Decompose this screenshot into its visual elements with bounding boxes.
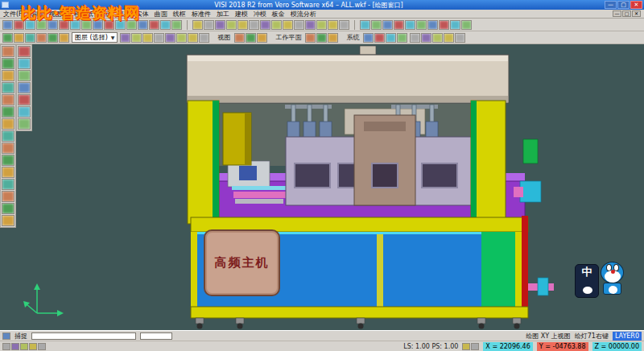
layer-indicator[interactable]: LAYER0	[613, 332, 642, 341]
toolbar-icon[interactable]	[444, 33, 454, 43]
toolbar-icon[interactable]	[294, 20, 304, 30]
toolbar-icon[interactable]	[2, 215, 14, 226]
toolbar-icon[interactable]	[18, 94, 31, 105]
toolbar-icon[interactable]	[59, 33, 69, 43]
toolbar-icon[interactable]	[18, 46, 31, 57]
toolbar-icon[interactable]	[18, 106, 31, 118]
toolbar-icon[interactable]	[2, 46, 14, 57]
toolbar-icon[interactable]	[215, 20, 225, 30]
toolbar-icon[interactable]	[2, 130, 14, 142]
toolbar-icon[interactable]	[432, 33, 443, 43]
status-icon[interactable]	[2, 332, 10, 340]
toolbar-icon[interactable]	[226, 20, 237, 30]
toolbar-icon[interactable]	[18, 118, 31, 130]
toolbar-icon[interactable]	[176, 33, 187, 43]
toolbar-icon[interactable]	[386, 33, 396, 43]
toolbar-icon[interactable]	[18, 58, 31, 69]
menu-item[interactable]: 标准件	[192, 10, 211, 19]
maximize-button[interactable]: ▢	[617, 1, 630, 9]
toolbar-icon[interactable]	[142, 33, 153, 43]
value-input[interactable]	[140, 332, 172, 340]
toolbar-icon[interactable]	[160, 20, 171, 30]
toolbar-icon[interactable]	[455, 33, 465, 43]
toolbar-icon[interactable]	[416, 20, 427, 30]
toolbar-icon[interactable]	[47, 33, 58, 43]
toolbar-icon[interactable]	[450, 20, 460, 30]
toolbar-icon[interactable]	[36, 33, 47, 43]
toolbar-icon[interactable]	[2, 343, 10, 350]
close-button[interactable]: ✕	[630, 1, 642, 9]
toolbar-icon[interactable]	[283, 20, 293, 30]
toolbar-icon[interactable]	[257, 33, 267, 43]
toolbar-icon[interactable]	[18, 82, 31, 93]
toolbar-icon[interactable]	[2, 179, 14, 190]
toolbar-icon[interactable]	[427, 20, 438, 30]
toolbar-icon[interactable]	[328, 33, 338, 43]
toolbar-icon[interactable]	[2, 94, 14, 105]
toolbar-icon[interactable]	[363, 33, 374, 43]
toolbar-icon[interactable]	[237, 20, 248, 30]
toolbar-icon[interactable]	[439, 20, 449, 30]
toolbar-icon[interactable]	[2, 58, 14, 69]
toolbar-icon[interactable]	[2, 155, 14, 166]
mdi-restore-button[interactable]: ▢	[622, 10, 631, 17]
toolbar-icon[interactable]	[2, 118, 14, 130]
toolbar-icon[interactable]	[339, 20, 349, 30]
toolbar-icon[interactable]	[382, 20, 393, 30]
toolbar-icon[interactable]	[2, 82, 14, 93]
toolbar-icon[interactable]	[421, 33, 431, 43]
menu-item[interactable]: 线框	[173, 10, 186, 19]
toolbar-icon[interactable]	[18, 70, 31, 81]
menu-item[interactable]: 模流分析	[291, 10, 316, 19]
toolbar-icon[interactable]	[131, 33, 142, 43]
layer-dropdown[interactable]: 图层 (选择) ▼	[72, 32, 118, 43]
toolbar-icon[interactable]	[462, 343, 470, 350]
toolbar-icon[interactable]	[2, 20, 13, 30]
toolbar-icon[interactable]	[188, 33, 198, 43]
menu-item[interactable]: 板金	[272, 10, 285, 19]
toolbar-icon[interactable]	[328, 20, 338, 30]
toolbar-icon[interactable]	[271, 20, 282, 30]
toolbar-icon[interactable]	[149, 20, 159, 30]
toolbar-icon[interactable]	[2, 70, 14, 81]
toolbar-icon[interactable]	[29, 343, 37, 350]
toolbar-icon[interactable]	[192, 20, 203, 30]
toolbar-icon[interactable]	[234, 33, 245, 43]
toolbar-icon[interactable]	[374, 33, 385, 43]
toolbar-icon[interactable]	[11, 343, 19, 350]
toolbar-icon[interactable]	[410, 33, 420, 43]
toolbar-icon[interactable]	[394, 20, 404, 30]
toolbar-icon[interactable]	[204, 20, 214, 30]
command-input[interactable]	[31, 332, 136, 340]
toolbar-icon[interactable]	[360, 20, 370, 30]
toolbar-icon[interactable]	[38, 343, 46, 350]
toolbar-icon[interactable]	[246, 33, 256, 43]
menu-item[interactable]: 建模	[235, 10, 248, 19]
menu-item[interactable]: 曲面	[155, 10, 167, 19]
toolbar-icon[interactable]	[20, 343, 28, 350]
viewport-canvas[interactable]: 高频主机 中	[0, 44, 644, 330]
toolbar-icon[interactable]	[154, 33, 164, 43]
mdi-close-button[interactable]: ✕	[632, 10, 641, 17]
toolbar-icon[interactable]	[14, 33, 24, 43]
toolbar-icon[interactable]	[2, 142, 14, 154]
toolbar-icon[interactable]	[120, 33, 130, 43]
toolbar-icon[interactable]	[2, 33, 13, 43]
toolbar-icon[interactable]	[2, 106, 14, 118]
minimize-button[interactable]: —	[605, 1, 617, 9]
toolbar-icon[interactable]	[371, 20, 382, 30]
toolbar-icon[interactable]	[199, 33, 209, 43]
toolbar-icon[interactable]	[471, 343, 479, 350]
toolbar-icon[interactable]	[249, 20, 259, 30]
toolbar-icon[interactable]	[171, 20, 182, 30]
toolbar-icon[interactable]	[2, 191, 14, 202]
toolbar-icon[interactable]	[305, 20, 316, 30]
toolbar-icon[interactable]	[397, 33, 407, 43]
toolbar-icon[interactable]	[2, 167, 14, 178]
toolbar-icon[interactable]	[260, 20, 270, 30]
menu-item[interactable]: 冲模	[254, 10, 266, 19]
toolbar-icon[interactable]	[165, 33, 175, 43]
mdi-minimize-button[interactable]: —	[613, 10, 621, 17]
toolbar-icon[interactable]	[25, 33, 35, 43]
toolbar-icon[interactable]	[405, 20, 415, 30]
